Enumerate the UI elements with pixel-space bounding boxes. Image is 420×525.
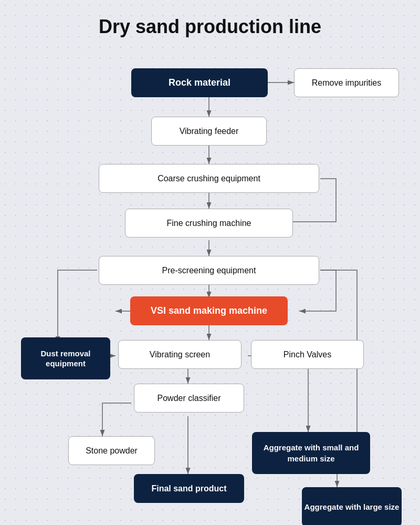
node-final-sand: Final sand product [134,474,244,503]
node-fine-crushing: Fine crushing machine [125,209,293,238]
node-remove-impurities: Remove impurities [294,68,399,97]
node-vibrating-screen: Vibrating screen [118,340,242,369]
node-pre-screening: Pre-screening equipment [99,256,319,285]
node-powder-classifier: Powder classifier [134,384,244,413]
node-coarse-crushing: Coarse crushing equipment [99,164,319,193]
page-title: Dry sand production line [99,16,321,38]
node-pinch-valves: Pinch Valves [251,340,364,369]
node-stone-powder: Stone powder [68,436,155,465]
node-rock-material: Rock material [131,68,268,97]
diagram: Rock material Remove impurities Vibratin… [10,54,410,506]
node-dust-removal: Dust removal equipment [21,337,110,379]
node-vsi-sand: VSI sand making machine [130,296,288,325]
node-aggregate-large: Aggregate with large size [302,487,402,525]
node-vibrating-feeder: Vibrating feeder [151,117,267,146]
node-aggregate-medium: Aggregate with small and medium size [252,432,370,474]
